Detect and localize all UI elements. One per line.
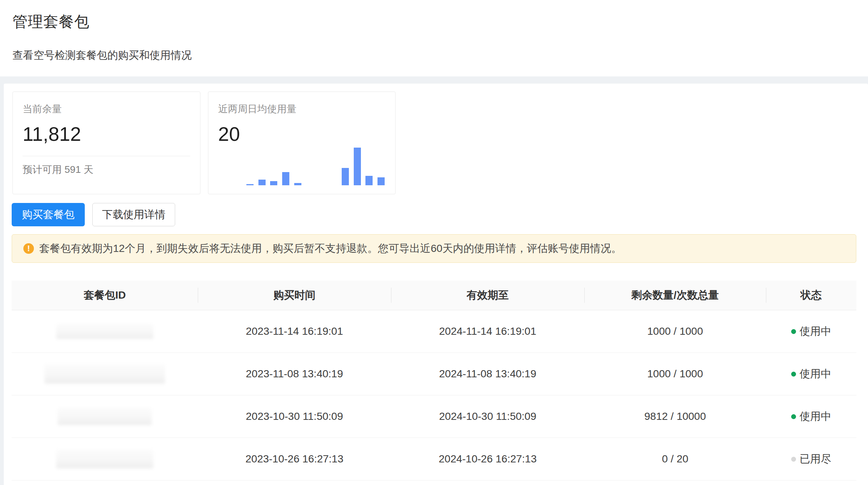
cell-purchase-time: 2023-10-26 16:27:13 [198,453,391,465]
balance-card-divider [23,156,190,156]
status-dot-icon [791,372,796,377]
cell-package-id [12,450,198,468]
header-separator [584,288,585,303]
cell-status: 使用中 [766,324,856,339]
cell-package-id [12,324,198,339]
column-header-purchase-time: 购买时间 [198,288,391,302]
warning-icon: ! [23,243,34,254]
page-subtitle: 查看空号检测套餐包的购买和使用情况 [12,48,192,63]
usage-bar [354,148,361,185]
usage-card: 近两周日均使用量 20 [208,92,396,194]
download-usage-button[interactable]: 下载使用详情 [92,203,175,226]
usage-bar [342,168,349,185]
usage-label: 近两周日均使用量 [218,102,296,116]
cell-package-id [12,364,198,384]
cell-quantity: 1000 / 1000 [584,368,766,380]
column-header-status: 状态 [766,288,856,302]
daily-usage-bar-chart [223,148,385,185]
redacted-package-id [56,450,153,468]
cell-status: 使用中 [766,409,856,424]
cell-valid-until: 2024-11-08 13:40:19 [391,368,584,380]
cell-quantity: 9812 / 10000 [584,410,766,422]
usage-bar [246,184,254,185]
cell-status: 已用尽 [766,452,856,466]
cell-valid-until: 2024-10-30 11:50:09 [391,410,584,422]
cell-valid-until: 2024-11-14 16:19:01 [391,325,584,337]
main-panel: 当前余量 11,812 预计可用 591 天 近两周日均使用量 20 购买套餐包… [4,84,868,485]
column-header-valid-until: 有效期至 [391,288,584,302]
status-dot-icon [791,457,796,462]
cell-status: 使用中 [766,367,856,381]
balance-value: 11,812 [23,123,81,145]
cell-quantity: 0 / 20 [584,453,766,465]
usage-bar [270,181,277,185]
usage-bar [258,180,266,185]
table-row: 2023-11-14 16:19:012024-11-14 16:19:0110… [12,310,856,353]
status-dot-icon [791,414,796,419]
notice-banner: ! 套餐包有效期为12个月，到期失效后将无法使用，购买后暂不支持退款。您可导出近… [12,234,856,263]
table-body: 2023-11-14 16:19:012024-11-14 16:19:0110… [12,310,856,480]
page-title: 管理套餐包 [12,11,90,32]
status-label: 使用中 [800,409,831,424]
table-row: 2023-10-30 11:50:092024-10-30 11:50:0998… [12,395,856,438]
usage-value: 20 [218,123,240,145]
cell-valid-until: 2024-10-26 16:27:13 [391,453,584,465]
balance-estimate-text: 预计可用 591 天 [23,163,93,176]
buy-package-button[interactable]: 购买套餐包 [12,203,85,226]
usage-bar [282,172,289,185]
header-separator [391,288,391,303]
cell-purchase-time: 2023-10-30 11:50:09 [198,410,391,422]
table-header: 套餐包ID 购买时间 有效期至 剩余数量/次数总量 状态 [12,281,856,310]
balance-label: 当前余量 [23,102,62,116]
redacted-package-id [56,324,153,339]
package-table: 套餐包ID 购买时间 有效期至 剩余数量/次数总量 状态 2023-11-14 … [12,281,856,480]
balance-card: 当前余量 11,812 预计可用 591 天 [12,92,200,194]
table-row: 2023-10-26 16:27:132024-10-26 16:27:130 … [12,438,856,480]
status-label: 使用中 [800,324,831,339]
status-label: 已用尽 [800,452,831,466]
usage-bar [377,177,385,185]
cell-purchase-time: 2023-11-08 13:40:19 [198,368,391,380]
header-separator [766,288,766,303]
redacted-package-id [58,408,152,425]
column-header-quantity: 剩余数量/次数总量 [584,288,766,302]
status-label: 使用中 [800,367,831,381]
status-dot-icon [791,329,796,334]
notice-text: 套餐包有效期为12个月，到期失效后将无法使用，购买后暂不支持退款。您可导出近60… [39,241,622,256]
cell-quantity: 1000 / 1000 [584,325,766,337]
cell-purchase-time: 2023-11-14 16:19:01 [198,325,391,337]
usage-bar [365,176,373,185]
redacted-package-id [44,364,165,384]
table-row: 2023-11-08 13:40:192024-11-08 13:40:1910… [12,353,856,395]
header-separator [198,288,198,303]
column-header-package-id: 套餐包ID [12,288,198,302]
cell-package-id [12,408,198,425]
usage-bar [294,183,301,185]
page-header: 管理套餐包 查看空号检测套餐包的购买和使用情况 [0,0,868,76]
